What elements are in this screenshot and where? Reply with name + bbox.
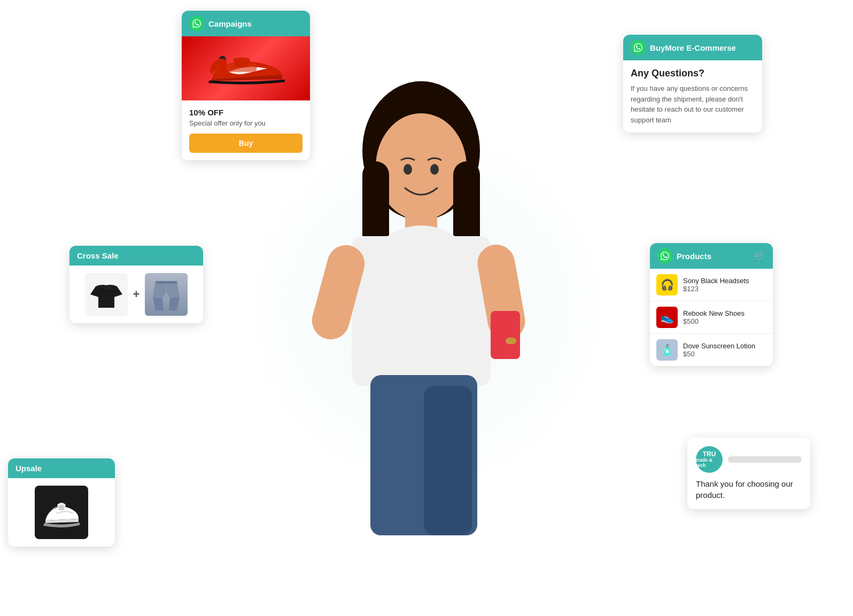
campaigns-title: Campaigns xyxy=(208,19,252,28)
product-info-1: Sony Black Headsets $123 xyxy=(683,277,749,293)
questions-header: BuyMore E-Commerse xyxy=(623,35,762,60)
upsale-card: Upsale xyxy=(8,458,115,547)
svg-rect-12 xyxy=(424,386,472,535)
cross-sale-body: + xyxy=(69,266,203,323)
product-image-1: 🎧 xyxy=(656,274,678,295)
thankyou-header-row: TRU trade & tech xyxy=(696,446,802,473)
svg-point-13 xyxy=(404,164,412,175)
svg-point-14 xyxy=(430,164,439,175)
questions-text: If you have any questions or concerns re… xyxy=(631,83,755,125)
svg-rect-6 xyxy=(352,236,491,386)
product-image-3: 🧴 xyxy=(656,339,678,361)
product-item-2: 👟 Rebook New Shoes $500 xyxy=(650,301,773,334)
whatsapp-icon-questions xyxy=(631,40,646,55)
brand-tru: TRU xyxy=(703,451,716,458)
cross-sale-plus: + xyxy=(133,287,140,301)
svg-point-5 xyxy=(352,225,491,396)
cross-sale-title: Cross Sale xyxy=(77,251,119,260)
cross-sale-header: Cross Sale xyxy=(69,246,203,266)
upsale-body xyxy=(8,478,115,547)
upsale-product xyxy=(35,486,88,539)
products-card: Products 🛒 🎧 Sony Black Headsets $123 👟 … xyxy=(650,243,773,366)
upsale-title: Upsale xyxy=(15,464,42,473)
loading-bar xyxy=(728,456,802,463)
svg-point-0 xyxy=(362,81,480,220)
upsale-header: Upsale xyxy=(8,458,115,478)
questions-header-label: BuyMore E-Commerse xyxy=(650,43,736,52)
svg-point-1 xyxy=(376,113,467,220)
questions-body: Any Questions? If you have any questions… xyxy=(623,60,762,132)
campaigns-header: Campaigns xyxy=(182,11,310,36)
whatsapp-icon-products xyxy=(657,248,672,263)
svg-rect-3 xyxy=(453,161,480,348)
product-info-2: Rebook New Shoes $500 xyxy=(683,309,745,325)
campaigns-card: Campaigns 10% OFF Special of xyxy=(182,11,310,160)
product-info-3: Dove Sunscreen Lotion $50 xyxy=(683,342,755,358)
svg-rect-7 xyxy=(308,241,369,344)
product-price-2: $500 xyxy=(683,317,745,325)
cross-sale-card: Cross Sale + xyxy=(69,246,203,323)
campaigns-product-image xyxy=(182,36,310,100)
whatsapp-icon-campaigns xyxy=(189,16,204,31)
cart-icon: 🛒 xyxy=(754,250,765,262)
product-name-1: Sony Black Headsets xyxy=(683,277,749,285)
product-name-3: Dove Sunscreen Lotion xyxy=(683,342,755,350)
cross-sale-product1 xyxy=(85,273,128,316)
svg-rect-4 xyxy=(405,212,437,239)
svg-rect-10 xyxy=(370,375,477,535)
questions-title: Any Questions? xyxy=(631,68,755,79)
svg-rect-2 xyxy=(362,161,389,375)
thankyou-message: Thank you for choosing our product. xyxy=(696,478,802,501)
product-price-3: $50 xyxy=(683,350,755,358)
background-circle xyxy=(239,121,614,495)
products-header: Products 🛒 xyxy=(650,243,773,269)
thankyou-card: TRU trade & tech Thank you for choosing … xyxy=(687,438,810,509)
svg-rect-11 xyxy=(370,386,418,535)
brand-logo: TRU trade & tech xyxy=(696,446,723,473)
svg-rect-8 xyxy=(475,241,528,342)
product-item-3: 🧴 Dove Sunscreen Lotion $50 xyxy=(650,334,773,366)
product-item-1: 🎧 Sony Black Headsets $123 xyxy=(650,269,773,301)
buy-button[interactable]: Buy xyxy=(189,134,303,153)
offer-text: Special offer only for you xyxy=(189,119,303,127)
brand-subtitle: trade & tech xyxy=(696,458,723,469)
discount-text: 10% OFF xyxy=(189,108,303,117)
svg-rect-15 xyxy=(506,338,516,344)
svg-rect-9 xyxy=(491,311,520,359)
product-price-1: $123 xyxy=(683,285,749,293)
person-figure-area xyxy=(288,54,555,562)
product-name-2: Rebook New Shoes xyxy=(683,309,745,317)
scene: Campaigns 10% OFF Special of xyxy=(0,0,853,616)
products-list: 🎧 Sony Black Headsets $123 👟 Rebook New … xyxy=(650,269,773,366)
campaigns-body: 10% OFF Special offer only for you Buy xyxy=(182,100,310,160)
questions-card: BuyMore E-Commerse Any Questions? If you… xyxy=(623,35,762,132)
cross-sale-product2 xyxy=(145,273,188,316)
products-title: Products xyxy=(677,252,749,261)
product-image-2: 👟 xyxy=(656,307,678,328)
